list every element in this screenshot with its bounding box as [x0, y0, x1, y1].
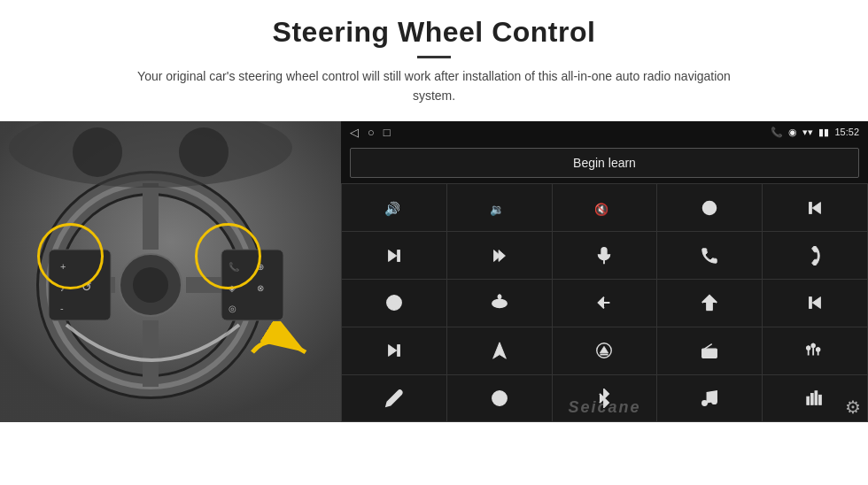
svg-rect-44: [810, 297, 812, 309]
svg-marker-50: [601, 347, 608, 353]
svg-rect-32: [810, 202, 812, 213]
settings-circle-button[interactable]: [447, 375, 552, 422]
svg-text:🔊: 🔊: [384, 200, 401, 216]
svg-point-24: [179, 127, 229, 177]
svg-text:📞: 📞: [229, 261, 240, 273]
svg-rect-67: [811, 393, 814, 404]
360-button[interactable]: 360°: [447, 280, 552, 327]
svg-marker-45: [812, 297, 820, 309]
header-section: Steering Wheel Control Your original car…: [0, 0, 868, 114]
svg-text:-: -: [60, 303, 64, 313]
radio-button[interactable]: [657, 327, 762, 374]
svg-point-53: [705, 352, 709, 356]
svg-text:◎: ◎: [229, 304, 236, 313]
svg-point-65: [712, 399, 717, 404]
svg-point-10: [133, 267, 168, 303]
svg-point-59: [807, 347, 810, 350]
mute-button[interactable]: 🔇: [553, 184, 657, 231]
wifi-icon: ▾▾: [802, 127, 813, 138]
phone-button[interactable]: [657, 232, 762, 279]
svg-text:+: +: [60, 261, 66, 272]
svg-rect-66: [807, 396, 810, 404]
vol-down-button[interactable]: 🔉: [447, 184, 552, 231]
svg-point-60: [811, 344, 815, 348]
pen-button[interactable]: [342, 375, 446, 422]
equalizer-button[interactable]: [763, 327, 867, 374]
title-divider: [417, 56, 451, 58]
back-button[interactable]: [553, 280, 657, 327]
svg-text:360°: 360°: [496, 303, 505, 307]
navigate-button[interactable]: [447, 327, 552, 374]
location-icon: ◉: [788, 127, 797, 138]
yellow-arrow: [244, 321, 323, 387]
car-image: + - ↺ ♪ 📞 ◈ ◎ ⊕ ⊗: [0, 121, 341, 422]
status-right: 📞 ◉ ▾▾ ▮▮ 15:52: [771, 127, 859, 138]
fast-forward-button[interactable]: [447, 232, 552, 279]
svg-text:🔉: 🔉: [490, 202, 505, 216]
status-left: ◁ ○ □: [350, 126, 391, 139]
svg-text:♪: ♪: [60, 283, 65, 293]
svg-text:↺: ↺: [81, 280, 92, 294]
home-button[interactable]: [657, 280, 762, 327]
mic-button[interactable]: [553, 232, 657, 279]
time-display: 15:52: [834, 127, 859, 137]
svg-point-61: [817, 348, 820, 351]
android-screen: ◁ ○ □ 📞 ◉ ▾▾ ▮▮ 15:52 Begin learn: [341, 121, 868, 422]
svg-point-40: [391, 300, 397, 306]
page-title: Steering Wheel Control: [53, 16, 815, 49]
vol-up-button[interactable]: 🔊: [342, 184, 446, 231]
bluetooth-button[interactable]: [553, 375, 657, 422]
content-row: + - ↺ ♪ 📞 ◈ ◎ ⊕ ⊗: [0, 121, 868, 485]
skip-forward-button[interactable]: [342, 327, 446, 374]
icon-grid: 🔊 🔉 🔇: [341, 183, 868, 422]
back-icon[interactable]: ◁: [350, 126, 359, 139]
svg-marker-36: [499, 250, 505, 261]
phone-icon: 📞: [771, 127, 783, 138]
eject-button[interactable]: [553, 327, 657, 374]
power-button[interactable]: [657, 184, 762, 231]
svg-point-64: [702, 401, 708, 406]
speaker-button[interactable]: [342, 280, 446, 327]
svg-marker-47: [388, 345, 396, 357]
svg-marker-48: [492, 343, 506, 358]
home-circle-icon[interactable]: ○: [368, 126, 375, 139]
gear-icon[interactable]: ⚙: [845, 396, 861, 418]
hang-up-button[interactable]: [763, 232, 867, 279]
svg-rect-34: [398, 250, 400, 261]
svg-rect-43: [708, 303, 713, 310]
music-button[interactable]: [657, 375, 762, 422]
begin-learn-button[interactable]: Begin learn: [350, 148, 859, 178]
square-icon[interactable]: □: [384, 126, 391, 139]
next-button[interactable]: [342, 232, 446, 279]
page-wrapper: Steering Wheel Control Your original car…: [0, 0, 868, 485]
svg-text:⊗: ⊗: [257, 283, 264, 293]
svg-rect-46: [398, 345, 400, 357]
battery-icon: ▮▮: [818, 127, 829, 138]
svg-point-23: [73, 127, 122, 177]
skip-back-button[interactable]: [763, 280, 867, 327]
svg-text:◈: ◈: [229, 283, 236, 293]
svg-text:⊕: ⊕: [257, 262, 264, 272]
begin-learn-row: Begin learn: [341, 142, 868, 183]
prev-track-button[interactable]: [763, 184, 867, 231]
svg-point-63: [497, 396, 502, 401]
svg-rect-11: [49, 250, 111, 320]
svg-text:🔇: 🔇: [594, 202, 609, 216]
svg-marker-33: [388, 250, 396, 261]
subtitle: Your original car's steering wheel contr…: [124, 67, 744, 105]
svg-marker-31: [812, 202, 820, 213]
status-bar: ◁ ○ □ 📞 ◉ ▾▾ ▮▮ 15:52: [341, 121, 868, 142]
svg-rect-68: [815, 391, 818, 405]
svg-rect-69: [819, 395, 822, 404]
